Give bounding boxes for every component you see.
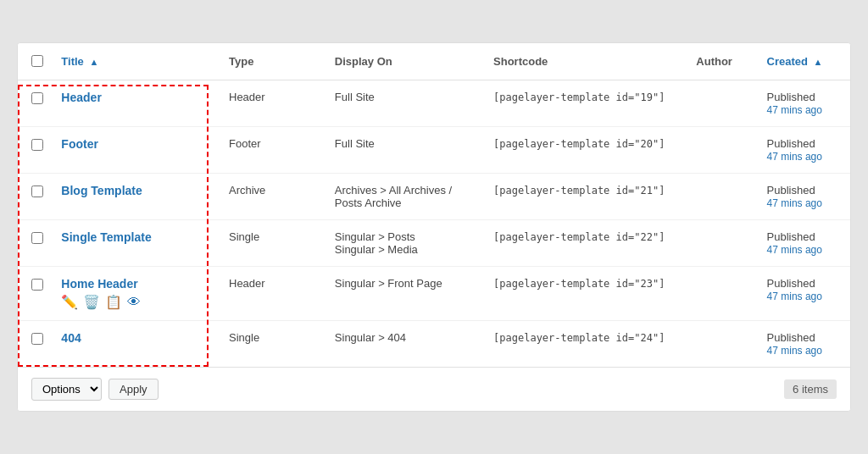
main-container: Title ▲ Type Display On Shortcode Author <box>17 42 851 412</box>
row-shortcode-cell: [pagelayer-template id="19"] <box>480 80 682 127</box>
shortcode-text: [pagelayer-template id="23"] <box>493 278 665 290</box>
row-author-cell <box>682 321 753 368</box>
row-title-link[interactable]: Home Header <box>61 277 137 291</box>
row-type-cell: Single <box>215 220 321 267</box>
time-link[interactable]: 47 mins ago <box>767 291 822 302</box>
row-title-link[interactable]: 404 <box>61 331 81 345</box>
row-created-cell: Published47 mins ago <box>754 220 850 267</box>
row-title-cell: Single Template <box>47 220 215 267</box>
table-row: 404SingleSingular > 404[pagelayer-templa… <box>18 321 850 368</box>
created-sort-arrow: ▲ <box>814 57 823 67</box>
copy-icon[interactable]: 📋 <box>105 294 122 310</box>
table-row: HeaderHeaderFull Site[pagelayer-template… <box>18 80 850 127</box>
title-sort-arrow: ▲ <box>89 57 98 67</box>
status-text: Published <box>767 230 837 243</box>
row-checkbox-cell <box>18 321 47 368</box>
time-link[interactable]: 47 mins ago <box>767 345 822 357</box>
row-checkbox[interactable] <box>31 232 43 244</box>
time-link[interactable]: 47 mins ago <box>767 244 822 256</box>
shortcode-text: [pagelayer-template id="24"] <box>493 332 665 344</box>
row-title-link[interactable]: Footer <box>61 137 98 151</box>
row-display-cell: Singular > 404 <box>321 321 480 368</box>
table-row: FooterFooterFull Site[pagelayer-template… <box>18 127 850 174</box>
row-title-cell: Home Header✏️🗑️📋👁 <box>47 267 215 321</box>
row-title-cell: Footer <box>47 127 215 174</box>
row-checkbox-cell <box>18 220 47 267</box>
table-row: Blog TemplateArchiveArchives > All Archi… <box>18 174 850 220</box>
shortcode-text: [pagelayer-template id="20"] <box>493 138 665 150</box>
row-shortcode-cell: [pagelayer-template id="24"] <box>480 321 682 368</box>
status-text: Published <box>767 331 837 344</box>
row-created-cell: Published47 mins ago <box>754 174 850 220</box>
header-title[interactable]: Title ▲ <box>47 43 215 80</box>
row-title-link[interactable]: Single Template <box>61 230 151 244</box>
time-link[interactable]: 47 mins ago <box>767 104 822 116</box>
footer-left: Options Apply <box>31 378 159 401</box>
table-wrapper: Title ▲ Type Display On Shortcode Author <box>18 43 850 367</box>
row-author-cell <box>682 174 753 220</box>
options-select[interactable]: Options <box>31 378 102 401</box>
row-title-cell: Header <box>47 80 215 127</box>
row-shortcode-cell: [pagelayer-template id="21"] <box>480 174 682 220</box>
row-display-cell: Archives > All Archives / Posts Archive <box>321 174 480 220</box>
row-checkbox[interactable] <box>31 333 43 345</box>
row-display-cell: Singular > Posts Singular > Media <box>321 220 480 267</box>
status-text: Published <box>767 91 837 103</box>
row-checkbox-cell <box>18 80 47 127</box>
row-type-cell: Header <box>215 80 321 127</box>
row-created-cell: Published47 mins ago <box>754 321 850 368</box>
status-text: Published <box>767 137 837 150</box>
header-display-on[interactable]: Display On <box>321 43 480 80</box>
row-title-link[interactable]: Header <box>61 91 101 104</box>
row-title-link[interactable]: Blog Template <box>61 184 142 197</box>
shortcode-text: [pagelayer-template id="22"] <box>493 231 665 243</box>
row-shortcode-cell: [pagelayer-template id="23"] <box>480 267 682 321</box>
status-text: Published <box>767 277 837 290</box>
row-author-cell <box>682 220 753 267</box>
row-display-cell: Full Site <box>321 127 480 174</box>
row-author-cell <box>682 80 753 127</box>
header-author[interactable]: Author <box>682 43 753 80</box>
table-body: HeaderHeaderFull Site[pagelayer-template… <box>18 80 850 368</box>
header-checkbox-col <box>18 43 47 80</box>
row-author-cell <box>682 127 753 174</box>
row-type-cell: Archive <box>215 174 321 220</box>
edit-icon[interactable]: ✏️ <box>61 294 78 310</box>
row-checkbox-cell <box>18 127 47 174</box>
row-type-cell: Single <box>215 321 321 368</box>
row-created-cell: Published47 mins ago <box>754 127 850 174</box>
row-created-cell: Published47 mins ago <box>754 80 850 127</box>
shortcode-text: [pagelayer-template id="19"] <box>493 91 665 103</box>
header-type[interactable]: Type <box>215 43 321 80</box>
row-title-cell: Blog Template <box>47 174 215 220</box>
row-checkbox[interactable] <box>31 139 43 151</box>
row-author-cell <box>682 267 753 321</box>
row-shortcode-cell: [pagelayer-template id="20"] <box>480 127 682 174</box>
row-created-cell: Published47 mins ago <box>754 267 850 321</box>
table-footer: Options Apply 6 items <box>18 367 850 411</box>
time-link[interactable]: 47 mins ago <box>767 197 822 209</box>
row-type-cell: Header <box>215 267 321 321</box>
table-header-row: Title ▲ Type Display On Shortcode Author <box>18 43 850 80</box>
row-checkbox[interactable] <box>31 279 43 291</box>
table-row: Home Header✏️🗑️📋👁HeaderSingular > Front … <box>18 267 850 321</box>
templates-table: Title ▲ Type Display On Shortcode Author <box>18 43 850 367</box>
row-shortcode-cell: [pagelayer-template id="22"] <box>480 220 682 267</box>
header-shortcode[interactable]: Shortcode <box>480 43 682 80</box>
header-created[interactable]: Created ▲ <box>754 43 850 80</box>
row-display-cell: Singular > Front Page <box>321 267 480 321</box>
items-count-badge: 6 items <box>784 379 837 399</box>
select-all-checkbox[interactable] <box>31 55 43 67</box>
view-icon[interactable]: 👁 <box>127 295 141 310</box>
row-type-cell: Footer <box>215 127 321 174</box>
time-link[interactable]: 47 mins ago <box>767 151 822 163</box>
table-row: Single TemplateSingleSingular > Posts Si… <box>18 220 850 267</box>
apply-button[interactable]: Apply <box>108 379 159 400</box>
delete-icon[interactable]: 🗑️ <box>83 294 100 310</box>
shortcode-text: [pagelayer-template id="21"] <box>493 185 665 197</box>
row-checkbox[interactable] <box>31 185 43 197</box>
status-text: Published <box>767 184 837 197</box>
row-checkbox[interactable] <box>31 92 43 104</box>
row-checkbox-cell <box>18 267 47 321</box>
row-title-cell: 404 <box>47 321 215 368</box>
